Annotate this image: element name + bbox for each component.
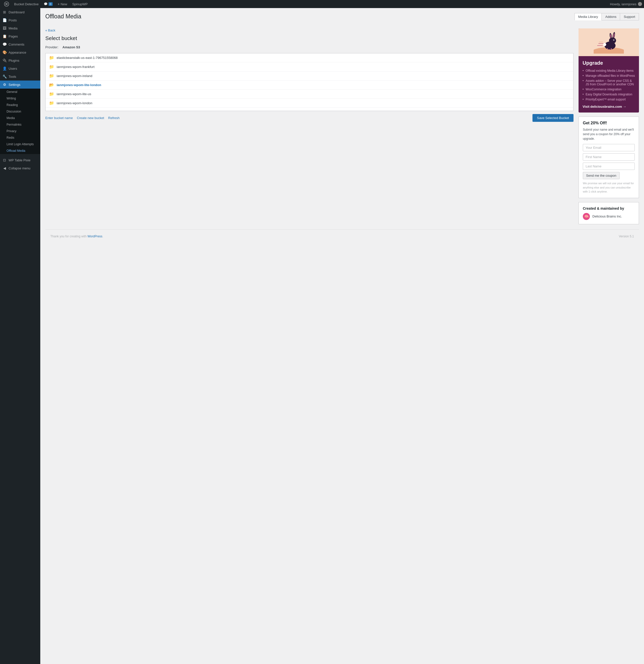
adminbar-wp-logo[interactable]: W	[2, 0, 11, 8]
spinupwp-label: SpinupWP	[72, 2, 88, 6]
sidebar-label-posts: Posts	[8, 18, 17, 22]
adminbar-spinupwp[interactable]: SpinupWP	[70, 0, 90, 8]
sidebar-submenu-limit-login[interactable]: Limit Login Attempts	[0, 141, 40, 147]
bucket-folder-icon: 📁	[49, 101, 54, 105]
bucket-folder-icon: 📂	[49, 83, 54, 87]
sidebar-item-dashboard[interactable]: ⊞ Dashboard	[0, 8, 40, 16]
bucket-item[interactable]: 📁ianmjones-wpom-ireland	[46, 71, 573, 81]
coupon-email-input[interactable]	[583, 144, 635, 151]
settings-icon: ⚙	[2, 83, 6, 87]
upgrade-visit-link[interactable]: Visit deliciousbrains.com →	[583, 105, 635, 108]
bucket-item[interactable]: 📁ianmjones-wpom-private	[46, 108, 573, 111]
bucket-item[interactable]: 📁ianmjones-wpom-lite-us	[46, 90, 573, 99]
upgrade-banner	[579, 28, 639, 56]
coupon-submit-button[interactable]: Send me the coupon	[583, 172, 620, 179]
upgrade-feature-item: Manage offloaded files in WordPress	[583, 74, 635, 78]
sidebar-submenu-media[interactable]: Media	[0, 115, 40, 121]
bucket-item[interactable]: 📁ianmjones-wpom-frankfurt	[46, 62, 573, 71]
sidebar-item-pages[interactable]: 📋 Pages	[0, 32, 40, 40]
sidebar-submenu-permalinks[interactable]: Permalinks	[0, 121, 40, 128]
sidebar-label-media: Media	[8, 26, 17, 30]
admin-bar: W Bucket Detective 💬 0 + New SpinupWP Ho…	[0, 0, 644, 8]
created-by-box: Created & maintained by 🧠 Delicious Brai…	[579, 202, 639, 224]
bucket-name: ianmjones-wpom-london	[57, 101, 92, 105]
upgrade-feature-item: Easy Digital Downloads integration	[583, 92, 635, 96]
rabbit-illustration	[594, 31, 624, 54]
sidebar-item-collapse-menu[interactable]: ◀ Collapse menu	[0, 164, 40, 172]
sidebar-label-pages: Pages	[8, 35, 18, 38]
upgrade-feature-item: Offload existing Media Library items	[583, 69, 635, 72]
bucket-actions: Enter bucket name Create new bucket Refr…	[45, 114, 574, 122]
tab-addons[interactable]: Addons	[601, 13, 620, 20]
sidebar-label-comments: Comments	[8, 43, 24, 46]
sidebar-submenu-writing[interactable]: Writing	[0, 95, 40, 102]
svg-point-17	[611, 48, 612, 49]
sidebar-item-wp-table-pixie[interactable]: ⊡ WP Table Pixie	[0, 156, 40, 164]
tabs-bar: Media Library Addons Support	[575, 13, 639, 20]
pages-icon: 📋	[2, 34, 6, 38]
sidebar-item-plugins[interactable]: 🔌 Plugins	[0, 56, 40, 64]
provider-label: Provider:	[45, 45, 58, 49]
coupon-last-name-input[interactable]	[583, 163, 635, 170]
bucket-item[interactable]: 📁ianmjones-wpom-london	[46, 99, 573, 108]
bucket-name: ianmjones-wpom-lite-london	[57, 83, 101, 87]
svg-point-16	[609, 49, 610, 50]
company-name: Delicious Brains Inc.	[593, 214, 622, 218]
sidebar-label-plugins: Plugins	[8, 59, 19, 62]
sidebar-item-comments[interactable]: 💬 Comments	[0, 40, 40, 48]
save-selected-bucket-button[interactable]: Save Selected Bucket	[533, 114, 574, 122]
tools-icon: 🔧	[2, 75, 6, 79]
adminbar-comments[interactable]: 💬 0	[42, 0, 55, 8]
site-name-label: Bucket Detective	[14, 2, 39, 6]
tab-support[interactable]: Support	[620, 13, 639, 20]
users-icon: 👤	[2, 66, 6, 70]
bucket-name: ianmjones-wpom-frankfurt	[57, 65, 95, 69]
sidebar-label-collapse-menu: Collapse menu	[8, 166, 30, 170]
svg-point-4	[609, 38, 616, 44]
bucket-item[interactable]: 📁elasticbeanstalk-us-east-1-796751558068	[46, 54, 573, 62]
new-label: New	[61, 2, 67, 6]
bucket-item[interactable]: 📂ianmjones-wpom-lite-london	[46, 81, 573, 90]
sidebar-label-users: Users	[8, 67, 17, 70]
create-new-bucket-link[interactable]: Create new bucket	[77, 116, 104, 120]
sidebar-submenu-reading[interactable]: Reading	[0, 102, 40, 108]
refresh-link[interactable]: Refresh	[108, 116, 120, 120]
bucket-folder-icon: 📁	[49, 55, 54, 60]
upgrade-feature-item: PriorityExpert™ email support	[583, 98, 635, 101]
sidebar-label-dashboard: Dashboard	[8, 10, 25, 14]
sidebar-item-appearance[interactable]: 🎨 Appearance	[0, 48, 40, 56]
upgrade-feature-item: Assets addon – Serve your CSS & JS from …	[583, 79, 635, 86]
sidebar-item-tools[interactable]: 🔧 Tools	[0, 72, 40, 81]
svg-point-15	[607, 48, 608, 49]
sidebar-item-users[interactable]: 👤 Users	[0, 64, 40, 72]
adminbar-new[interactable]: + New	[56, 0, 69, 8]
dashboard-icon: ⊞	[2, 10, 6, 14]
collapse-menu-icon: ◀	[2, 166, 6, 170]
sidebar-item-media[interactable]: 🖼 Media	[0, 24, 40, 32]
sidebar-submenu-discussion[interactable]: Discussion	[0, 108, 40, 115]
provider-value: Amazon S3	[62, 45, 80, 49]
coupon-promise-text: We promise we will not use your email fo…	[583, 181, 635, 194]
sidebar-submenu-offload-media[interactable]: Offload Media	[0, 147, 40, 154]
bucket-folder-icon: 📁	[49, 64, 54, 69]
created-by-title: Created & maintained by	[583, 206, 635, 210]
sidebar-item-settings[interactable]: ⚙ Settings	[0, 81, 40, 89]
sidebar-submenu-privacy[interactable]: Privacy	[0, 128, 40, 134]
footer-wp-link[interactable]: WordPress	[87, 234, 102, 238]
bucket-folder-icon: 📁	[49, 110, 54, 111]
sidebar-label-settings: Settings	[8, 83, 20, 87]
footer-version: Version 5.1	[619, 234, 634, 238]
coupon-first-name-input[interactable]	[583, 153, 635, 161]
bucket-list[interactable]: 📁elasticbeanstalk-us-east-1-796751558068…	[45, 53, 574, 111]
sidebar-submenu-redis[interactable]: Redis	[0, 134, 40, 141]
tab-media-library[interactable]: Media Library	[575, 13, 602, 20]
page-title: Offload Media	[45, 13, 81, 20]
delicious-brains-icon: 🧠	[583, 213, 590, 220]
bucket-name: ianmjones-wpom-private	[57, 110, 92, 111]
enter-bucket-name-link[interactable]: Enter bucket name	[45, 116, 73, 120]
back-link[interactable]: « Back	[45, 28, 55, 32]
sidebar-submenu-general[interactable]: General	[0, 89, 40, 95]
sidebar-item-posts[interactable]: 📄 Posts	[0, 16, 40, 24]
adminbar-site-name[interactable]: Bucket Detective	[12, 0, 41, 8]
comments-count: 0	[48, 2, 53, 6]
